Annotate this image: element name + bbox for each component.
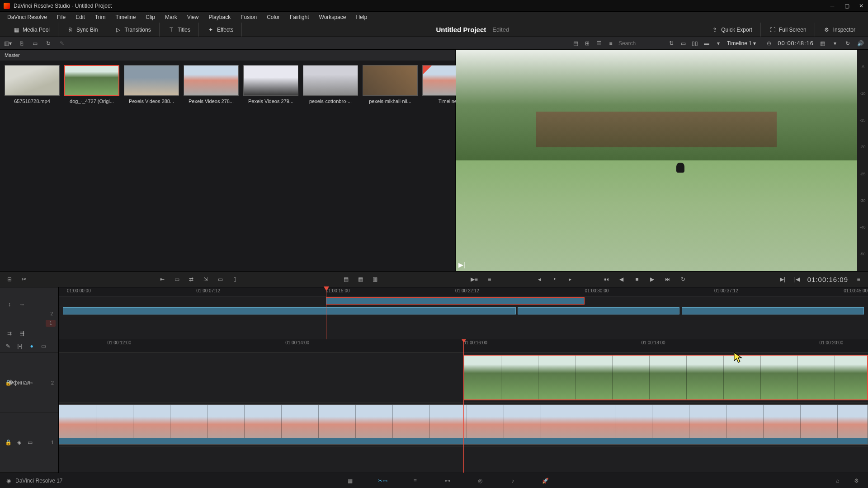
home-icon[interactable]: ⌂ [833,476,843,486]
clip-item[interactable]: Pexels Videos 278... [184,65,239,104]
clip-item[interactable]: Pexels Videos 288... [124,65,179,104]
view-strip-icon[interactable]: ≡ [607,40,615,47]
mini-track-2[interactable] [59,296,868,306]
refresh-icon[interactable]: ↻ [44,40,52,47]
loop-icon[interactable]: ↻ [844,40,852,47]
page-cut-icon[interactable]: ✂▭ [377,476,387,486]
mini-tool-d-icon[interactable]: ⇶ [18,330,26,337]
track-header-v1[interactable]: 🔒 ◈ ▭ 1 [0,413,58,473]
track-enable-icon[interactable]: ▭ [26,379,33,386]
speaker-icon[interactable]: 🔊 [856,40,864,47]
stop-button[interactable]: ■ [633,275,641,283]
tools-b-icon[interactable]: ▦ [356,275,364,283]
viewer-options-icon[interactable]: ▾ [714,40,722,47]
viewer-mode-b-icon[interactable]: ≡ [486,275,494,283]
settings-icon[interactable]: ⚙ [852,476,862,486]
adjust-icon[interactable]: ✎ [58,40,66,47]
play-button[interactable]: ▶ [648,275,656,283]
go-in-icon[interactable]: ▶| [778,275,787,283]
menu-davinci-resolve[interactable]: DaVinci Resolve [3,13,52,22]
lock-icon[interactable]: 🔒 [5,439,12,446]
tools-a-icon[interactable]: ▤ [342,275,350,283]
bin-list-icon[interactable]: ▥▾ [4,40,12,47]
ripple-icon[interactable]: ▯ [231,275,239,283]
mini-clip[interactable] [326,297,585,305]
jog-next-icon[interactable]: ▸ [566,275,574,283]
viewer-frame[interactable]: ▶| [456,50,857,271]
flag-icon[interactable]: ▭ [40,343,47,350]
clip-v2[interactable] [463,355,868,400]
jog-dot-icon[interactable]: • [551,275,559,283]
first-frame-button[interactable]: ⏮ [602,275,610,283]
effects-button[interactable]: ✦ Effects [203,24,237,35]
marker-tool-icon[interactable]: [▪] [16,343,24,350]
menu-timeline[interactable]: Timeline [111,13,140,22]
menu-workspace[interactable]: Workspace [315,13,351,22]
viewer-dual-icon[interactable]: ▯▯ [691,40,699,47]
insert-icon[interactable]: ⇤ [158,275,166,283]
timeline-options-icon[interactable]: ≡ [854,275,863,283]
mini-tool-c-icon[interactable]: ⇉ [5,330,14,337]
search-input[interactable] [618,40,664,47]
loop-playback-button[interactable]: ↻ [679,275,687,283]
viewer-mode-a-icon[interactable]: ▶≡ [470,275,478,283]
match-frame-icon[interactable]: ⊙ [765,40,773,47]
link-icon[interactable]: ● [28,343,35,350]
clip-item[interactable]: pexels-cottonbro-... [303,65,358,104]
titles-button[interactable]: T Titles [164,24,194,35]
tool-blade-icon[interactable]: ✂ [20,275,28,283]
jog-prev-icon[interactable]: ◂ [535,275,543,283]
import-icon[interactable]: ⎘ [17,40,25,47]
sort-icon[interactable]: ⇅ [667,40,675,47]
menu-file[interactable]: File [52,13,70,22]
maximize-button[interactable]: ▢ [844,3,850,9]
media-pool-button[interactable]: ▦ Media Pool [9,24,53,35]
next-frame-button[interactable]: ⏭ [664,275,672,283]
bypass-icon[interactable]: ▾ [831,40,839,47]
prev-frame-button[interactable]: ◀ [618,275,626,283]
viewer-cinema-icon[interactable]: ▬ [703,40,711,47]
full-screen-button[interactable]: ⛶ Full Screen [765,24,810,35]
quick-export-button[interactable]: ⇪ Quick Export [708,24,756,35]
transitions-button[interactable]: ▷ Transitions [111,24,154,35]
close-button[interactable]: ✕ [858,3,864,9]
track-enable-icon[interactable]: ▭ [26,439,33,446]
mini-track-1[interactable] [59,306,868,316]
viewer-single-icon[interactable]: ▭ [679,40,687,47]
append-icon[interactable]: ▭ [216,275,224,283]
clip-item[interactable]: pexels-mikhail-nil... [363,65,418,104]
mini-ruler[interactable]: 01:00:00:0001:00:07:1201:00:15:0001:00:2… [59,287,868,296]
minimize-button[interactable]: ─ [829,3,835,9]
menu-help[interactable]: Help [351,13,372,22]
auto-select-icon[interactable]: �финал [15,379,23,386]
replace-icon[interactable]: ⇄ [187,275,195,283]
menu-mark[interactable]: Mark [160,13,182,22]
page-edit-icon[interactable]: ≡ [410,476,420,486]
page-fusion-icon[interactable]: ⊶ [443,476,453,486]
bin-path[interactable]: Master [0,50,455,61]
auto-select-icon[interactable]: ◈ [15,439,23,446]
page-color-icon[interactable]: ◎ [475,476,485,486]
tc-options-icon[interactable]: ▦ [818,40,826,47]
mini-tool-b-icon[interactable]: ↔ [18,301,26,308]
sync-bin-button[interactable]: ⎘ Sync Bin [63,24,101,35]
menu-playback[interactable]: Playback [204,13,235,22]
menu-fusion[interactable]: Fusion [236,13,261,22]
mini-playhead[interactable] [326,287,326,339]
overwrite-icon[interactable]: ▭ [173,275,181,283]
menu-view[interactable]: View [183,13,203,22]
menu-color[interactable]: Color [262,13,284,22]
tools-c-icon[interactable]: ▥ [371,275,379,283]
clip-item[interactable]: Pexels Videos 279... [243,65,298,104]
snap-icon[interactable]: ✎ [5,343,12,350]
page-fairlight-icon[interactable]: ♪ [508,476,518,486]
page-deliver-icon[interactable]: 🚀 [540,476,550,486]
import-folder-icon[interactable]: ▭ [31,40,39,47]
detail-playhead[interactable] [463,339,464,473]
go-out-icon[interactable]: |◀ [793,275,801,283]
view-thumb-icon[interactable]: ⊞ [583,40,591,47]
tool-selection-icon[interactable]: ⊟ [5,275,14,283]
timeline-selector[interactable]: Timeline 1 ▾ [722,40,760,47]
view-metadata-icon[interactable]: ▤ [571,40,580,47]
clip-item[interactable]: 657518728.mp4 [5,65,60,104]
